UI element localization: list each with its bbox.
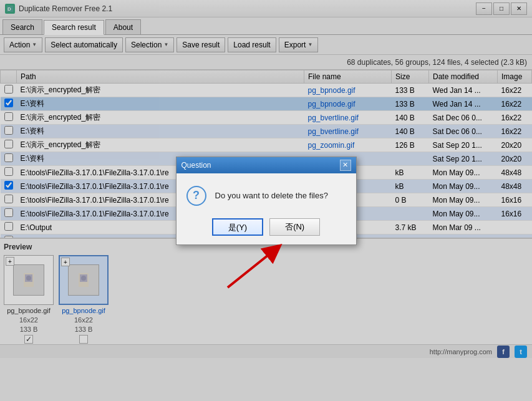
modal-overlay: Question ✕ ? Do you want to delete the f… xyxy=(0,0,532,401)
modal-no-button[interactable]: 否(N) xyxy=(269,218,320,236)
question-dialog: Question ✕ ? Do you want to delete the f… xyxy=(176,157,357,245)
modal-message: Do you want to delete the files? xyxy=(215,191,328,200)
modal-footer: 是(Y) 否(N) xyxy=(177,213,356,244)
modal-yes-button[interactable]: 是(Y) xyxy=(212,218,263,236)
modal-question-icon: ? xyxy=(186,186,206,206)
modal-close-button[interactable]: ✕ xyxy=(340,160,351,171)
modal-titlebar: Question ✕ xyxy=(177,157,356,173)
modal-title: Question xyxy=(181,161,211,170)
modal-body: ? Do you want to delete the files? xyxy=(177,173,356,213)
